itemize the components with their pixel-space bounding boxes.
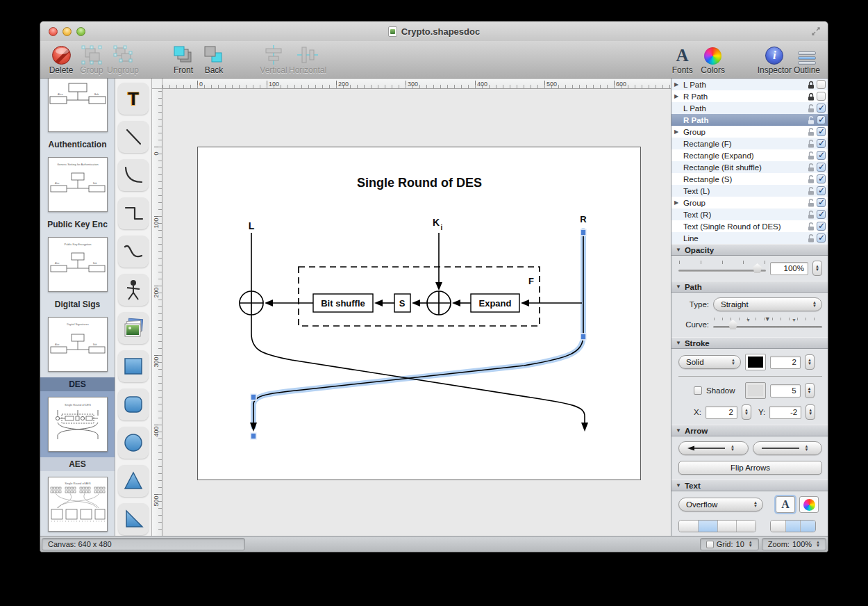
visibility-checkbox[interactable]: [817, 127, 826, 136]
layer-row[interactable]: Rectangle (Expand): [671, 149, 828, 161]
section-opacity[interactable]: ▼Opacity: [671, 244, 828, 256]
fullscreen-icon[interactable]: [811, 26, 821, 36]
unlock-icon[interactable]: [808, 140, 815, 148]
disclosure-triangle[interactable]: ▶: [674, 81, 681, 88]
text-tool[interactable]: T: [118, 83, 149, 115]
visibility-checkbox[interactable]: [817, 210, 826, 219]
canvas-scroll-area[interactable]: 0 100 200 300 400 500 600 0 100 200 300 …: [152, 79, 671, 537]
outline-button[interactable]: Outline: [792, 42, 822, 75]
label-K[interactable]: K: [433, 217, 440, 228]
stroke-width-stepper[interactable]: ▲▼: [805, 354, 815, 370]
sidebar-item-authentication[interactable]: Authentication Generic Setting for Authe…: [40, 138, 115, 218]
shadow-x-field[interactable]: 2: [706, 406, 737, 419]
slider-thumb[interactable]: [728, 320, 737, 329]
section-text[interactable]: ▼Text: [671, 480, 828, 491]
inspector-button[interactable]: i Inspector: [758, 42, 792, 75]
line-tool[interactable]: [118, 121, 149, 153]
shadow-y-stepper[interactable]: ▲▼: [806, 404, 815, 420]
end-arrow-popup[interactable]: ▲▼: [753, 441, 823, 455]
start-arrow-popup[interactable]: ▲▼: [678, 441, 749, 455]
layer-row[interactable]: Line: [671, 232, 828, 244]
layer-row[interactable]: L Path: [671, 102, 828, 114]
unlock-icon[interactable]: [808, 234, 815, 243]
unlock-icon[interactable]: [808, 222, 815, 231]
opacity-slider[interactable]: [678, 261, 766, 276]
visibility-checkbox[interactable]: [817, 163, 826, 172]
square-tool[interactable]: [118, 350, 149, 382]
grid-checkbox[interactable]: [706, 541, 714, 548]
layer-row[interactable]: ▶Group: [671, 197, 828, 208]
text-overflow-popup[interactable]: Overflow ▲▼: [678, 498, 763, 511]
sidebar-item-partial[interactable]: Alice Bob: [40, 79, 115, 138]
align-horizontal-button[interactable]: Horizontal: [289, 42, 326, 75]
visibility-checkbox[interactable]: [817, 222, 826, 231]
visibility-checkbox[interactable]: [817, 104, 826, 113]
visibility-checkbox[interactable]: [817, 151, 826, 160]
right-triangle-tool[interactable]: [118, 503, 149, 535]
shadow-blur-stepper[interactable]: ▲▼: [805, 383, 815, 398]
opacity-stepper[interactable]: ▲▼: [812, 261, 822, 276]
visibility-checkbox[interactable]: [817, 139, 826, 148]
front-button[interactable]: Front: [168, 42, 199, 75]
unlock-icon[interactable]: [808, 128, 815, 136]
slider-thumb[interactable]: [753, 263, 762, 273]
zoom-stepper[interactable]: ▲▼: [816, 541, 820, 548]
image-tool[interactable]: [118, 312, 149, 344]
disclosure-triangle[interactable]: ▶: [674, 199, 681, 206]
unlock-icon[interactable]: [808, 199, 815, 207]
layer-row[interactable]: Rectangle (F): [671, 138, 828, 149]
layer-row[interactable]: Text (R): [671, 208, 828, 220]
label-F[interactable]: F: [528, 276, 534, 286]
fonts-button[interactable]: A Fonts: [667, 42, 698, 75]
visibility-checkbox[interactable]: [817, 234, 826, 243]
unlock-icon[interactable]: [808, 152, 815, 160]
visibility-checkbox[interactable]: [817, 80, 826, 89]
curve-tool[interactable]: [118, 159, 149, 191]
layer-row[interactable]: Text (Single Round of DES): [671, 220, 828, 232]
text-font-button[interactable]: A: [776, 496, 795, 513]
xor-center[interactable]: [427, 291, 451, 315]
layer-row[interactable]: Rectangle (Bit shuffle): [671, 161, 828, 173]
label-R[interactable]: R: [580, 214, 587, 224]
group-button[interactable]: Group: [76, 42, 107, 75]
squiggle-tool[interactable]: [118, 236, 149, 268]
delete-button[interactable]: Delete: [46, 42, 76, 75]
triangle-tool[interactable]: [118, 465, 149, 497]
section-stroke[interactable]: ▼Stroke: [671, 337, 828, 349]
back-button[interactable]: Back: [199, 42, 229, 75]
l-path-lower-line[interactable]: [251, 315, 585, 424]
s-box[interactable]: S: [394, 294, 410, 312]
visibility-checkbox[interactable]: [817, 186, 826, 195]
ungroup-button[interactable]: Ungroup: [107, 42, 139, 75]
disclosure-triangle[interactable]: ▶: [674, 129, 681, 136]
sidebar-item-aes[interactable]: AES Si: [40, 457, 115, 537]
elbow-tool[interactable]: [118, 197, 149, 229]
align-vertical-button[interactable]: Vertical: [258, 42, 289, 75]
unlock-icon[interactable]: [808, 175, 815, 183]
label-K-sub[interactable]: i: [441, 224, 443, 231]
flip-arrows-button[interactable]: Flip Arrows: [678, 461, 822, 475]
r-path-line[interactable]: [253, 231, 583, 424]
unlock-icon[interactable]: [808, 211, 815, 219]
curve-slider[interactable]: ▼ ▼ ▼: [713, 317, 822, 332]
stroke-color-well[interactable]: [745, 354, 766, 370]
shadow-blur-field[interactable]: 5: [770, 384, 801, 398]
stroke-width-field[interactable]: 2: [770, 356, 801, 369]
selection-handles[interactable]: [251, 229, 586, 439]
layer-row[interactable]: ▶L Path: [671, 79, 828, 90]
label-L[interactable]: L: [249, 220, 255, 231]
section-path[interactable]: ▼Path: [671, 281, 828, 293]
zoom-control[interactable]: Zoom: 100% ▲▼: [762, 538, 826, 550]
sidebar-item-digital-sigs[interactable]: Digital Sigs Digital Signatures Alice Bo…: [40, 297, 115, 377]
shadow-color-well[interactable]: [745, 382, 766, 399]
sidebar-item-des[interactable]: DES Single Round of DES: [40, 377, 115, 457]
diagram-title[interactable]: Single Round of DES: [357, 176, 482, 190]
circle-tool[interactable]: [118, 427, 149, 459]
section-arrow[interactable]: ▼Arrow: [671, 425, 828, 436]
xor-left[interactable]: [240, 291, 263, 315]
text-color-button[interactable]: [799, 496, 819, 513]
shadow-x-stepper[interactable]: ▲▼: [742, 404, 751, 420]
sidebar-item-public-key-enc[interactable]: Public Key Enc Public Key Encryption Ali…: [40, 218, 115, 297]
visibility-checkbox[interactable]: [817, 174, 826, 183]
shadow-y-field[interactable]: -2: [769, 406, 801, 419]
